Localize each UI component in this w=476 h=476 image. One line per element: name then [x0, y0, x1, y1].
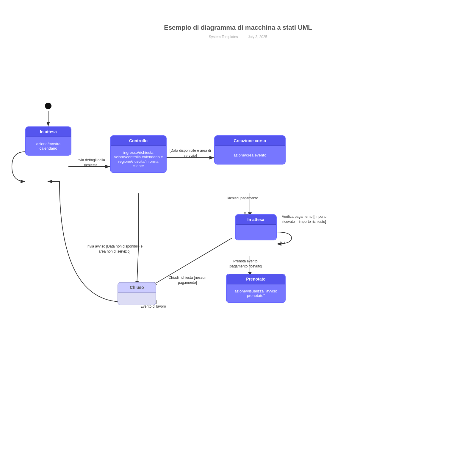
arrow-label-a4: Verifica pagamento [Importo ricevuto = i… [281, 214, 327, 224]
state-creazione-corso-header: Creazione corso [215, 136, 285, 146]
state-chiuso: Chiuso [118, 282, 156, 305]
state-in-attesa-2: In attesa [235, 214, 277, 240]
subtitle-source: System Templates [209, 35, 238, 39]
state-creazione-corso: Creazione corso azione/crea evento [214, 135, 286, 165]
arrow-label-a2: [Data disponibile e area di servizio] [167, 148, 213, 158]
arrow-label-a7: Invia avviso [Data non disponibile e are… [86, 244, 143, 254]
svg-line-6 [152, 238, 232, 286]
state-prenotato-body: azione/visualizza "avviso prenotato" [227, 284, 285, 302]
state-controllo: Controllo ingresso/richiesta azione/cont… [110, 135, 167, 173]
state-in-attesa-2-header: In attesa [236, 215, 276, 225]
arrows-svg [0, 42, 476, 476]
header: Esempio di diagramma di macchina a stati… [0, 0, 476, 42]
diagram-area: In attesa azione/mostra calendario Contr… [0, 42, 476, 476]
state-prenotato: Prenotato azione/visualizza "avviso pren… [226, 274, 286, 303]
state-chiuso-header: Chiuso [118, 283, 156, 293]
multiplicity-2: 0..* [280, 240, 286, 246]
state-in-attesa-1-header: In attesa [26, 127, 71, 137]
state-chiuso-body [118, 293, 156, 305]
state-in-attesa-1-body: azione/mostra calendario [26, 137, 71, 155]
state-prenotato-header: Prenotato [227, 274, 285, 284]
arrow-label-a3: Richiedi pagamento [225, 196, 260, 201]
arrow-label-a5: Prenota evento [pagamento ricevuto] [225, 259, 266, 269]
subtitle-date: July 3, 2025 [248, 35, 267, 39]
arrow-label-a6: Chiudi richiesta [nessun pagamento] [164, 275, 211, 285]
initial-state-dot [45, 103, 51, 109]
state-in-attesa-1: In attesa azione/mostra calendario [25, 126, 71, 156]
header-subtitle: System Templates | July 3, 2025 [0, 35, 476, 39]
arrow-label-a1: Invia dettagli della richiesta [71, 158, 110, 168]
state-controllo-body: ingresso/richiesta azione/controlla cale… [111, 146, 166, 172]
state-in-attesa-2-body [236, 225, 276, 240]
page-title: Esempio di diagramma di macchina a stati… [164, 24, 312, 33]
state-controllo-header: Controllo [111, 136, 166, 146]
subtitle-separator: | [242, 35, 243, 39]
page-container: Esempio di diagramma di macchina a stati… [0, 0, 476, 476]
state-creazione-corso-body: azione/crea evento [215, 146, 285, 164]
